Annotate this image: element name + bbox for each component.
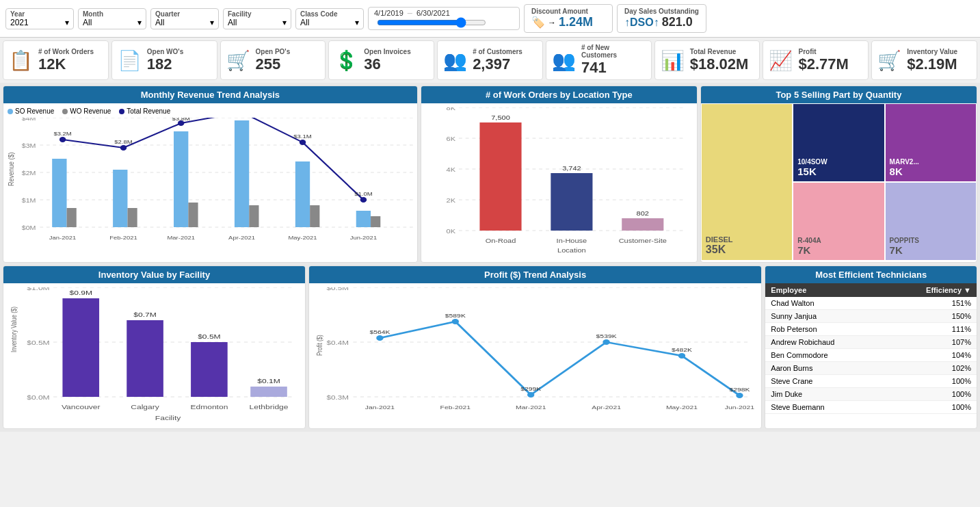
total-revenue-value: $18.02M — [690, 55, 749, 73]
efficiency-value: 104% — [886, 349, 977, 362]
classcode-select[interactable]: All ▾ — [300, 18, 359, 27]
classcode-label: Class Code — [300, 10, 359, 18]
inventory-facility-chart: Inventory Value by Facility $0.0M $0.5M … — [3, 265, 306, 429]
workorders-plot: 0K 2K 4K 6K 8K 7,500 3,742 802 On-Road — [425, 107, 693, 258]
month-select[interactable]: All ▾ — [83, 18, 142, 27]
treemap: DIESEL 35K 10/4SOW 15K MARV2... 8K R-404… — [701, 103, 977, 261]
workorders-location-title: # of Work Orders by Location Type — [421, 86, 697, 103]
facility-filter[interactable]: Facility All ▾ — [223, 8, 291, 29]
svg-text:Jun-2021: Jun-2021 — [725, 404, 754, 411]
efficient-techs-card: Most Efficient Technicians Employee Effi… — [765, 265, 977, 429]
inventory-facility-body: $0.0M $0.5M $1.0M $0.9M $0.7M $0.5M $0.1… — [3, 283, 305, 428]
inventory-plot: $0.0M $0.5M $1.0M $0.9M $0.7M $0.5M $0.1… — [8, 287, 301, 424]
svg-text:4K: 4K — [446, 166, 455, 173]
svg-text:Mar-2021: Mar-2021 — [167, 235, 195, 241]
efficiency-col-header: Efficiency ▼ — [886, 283, 977, 297]
svg-text:$3.2M: $3.2M — [53, 131, 71, 137]
monthly-revenue-title: Monthly Revenue Trend Analysis — [3, 86, 417, 103]
open-po-title: Open PO's — [256, 48, 291, 55]
kpi-open-wo: 📄 Open WO's 182 — [111, 40, 217, 80]
table-row: Ben Commodore 104% — [765, 349, 977, 362]
open-inv-icon: 💲 — [334, 49, 358, 72]
svg-text:Lethbridge: Lethbridge — [250, 404, 289, 411]
workorders-location-chart: # of Work Orders by Location Type 0K 2K … — [421, 86, 698, 263]
svg-text:$0.5M: $0.5M — [198, 333, 220, 340]
svg-text:$3.1M: $3.1M — [293, 133, 311, 140]
top-parts-body: DIESEL 35K 10/4SOW 15K MARV2... 8K R-404… — [701, 103, 977, 262]
employee-name: Ben Commodore — [765, 349, 886, 362]
monthly-revenue-body: SO Revenue WO Revenue Total Revenue — [3, 103, 417, 262]
svg-rect-19 — [310, 205, 319, 227]
part-10-4sow: 10/4SOW 15K — [793, 103, 884, 182]
svg-rect-69 — [127, 320, 163, 397]
monthly-revenue-svg: $0M $1M $2M $3M $4M — [8, 118, 413, 255]
date-separator: ─ — [408, 10, 412, 17]
year-filter[interactable]: Year 2021 ▾ — [5, 8, 74, 29]
chevron-down-icon: ▾ — [137, 18, 142, 27]
table-row: Steve Buemann 100% — [765, 401, 977, 414]
table-row: Chad Walton 151% — [765, 297, 977, 310]
new-customers-value: 741 — [581, 59, 646, 77]
chevron-down-icon: ▾ — [355, 18, 359, 27]
quarter-filter[interactable]: Quarter All ▾ — [150, 8, 219, 29]
kpi-profit: 📈 Profit $2.77M — [763, 40, 869, 80]
total-revenue-icon: 📊 — [661, 49, 685, 72]
svg-rect-20 — [356, 211, 371, 227]
svg-rect-15 — [188, 203, 198, 227]
year-select[interactable]: 2021 ▾ — [10, 18, 69, 27]
dso-icon: ↑DSO↑ — [624, 16, 659, 29]
svg-text:$1.0M: $1.0M — [354, 191, 372, 197]
part-poppits: POPPITS 7K — [885, 182, 977, 261]
svg-text:$0.3M: $0.3M — [326, 394, 348, 400]
svg-text:May-2021: May-2021 — [288, 235, 317, 241]
svg-text:Feb-2021: Feb-2021 — [109, 235, 137, 241]
date-slider[interactable] — [377, 17, 486, 28]
open-po-icon: 🛒 — [226, 49, 250, 72]
chevron-down-icon: ▾ — [65, 18, 69, 27]
month-filter[interactable]: Month All ▾ — [78, 8, 146, 29]
svg-text:$0.0M: $0.0M — [27, 394, 49, 401]
discount-label: Discount Amount — [531, 8, 593, 15]
monthly-revenue-plot: $0M $1M $2M $3M $4M — [8, 118, 413, 255]
svg-text:Inventory Value ($): Inventory Value ($) — [10, 307, 18, 352]
svg-text:$0.7M: $0.7M — [133, 311, 156, 318]
employee-name: Aaron Burns — [765, 362, 886, 375]
inventory-value-value: $2.19M — [907, 55, 957, 73]
svg-text:$3.8M: $3.8M — [172, 118, 190, 122]
quarter-select[interactable]: All ▾ — [155, 18, 214, 27]
year-label: Year — [10, 10, 69, 18]
date-from[interactable]: 4/1/2019 — [374, 9, 403, 17]
svg-text:$589K: $589K — [445, 313, 466, 319]
svg-rect-71 — [191, 342, 228, 397]
new-customers-icon: 👥 — [552, 49, 576, 72]
revenue-legend: SO Revenue WO Revenue Total Revenue — [8, 107, 413, 115]
svg-text:$482K: $482K — [672, 347, 693, 353]
open-wo-title: Open WO's — [147, 48, 184, 55]
part-r404a: R-404A 7K — [793, 182, 884, 261]
total-legend-dot — [119, 109, 124, 114]
work-orders-title: # of Work Orders — [38, 48, 94, 55]
svg-text:Apr-2021: Apr-2021 — [592, 404, 621, 411]
svg-text:Revenue ($): Revenue ($) — [8, 153, 16, 186]
svg-text:7,500: 7,500 — [491, 114, 510, 121]
employee-name: Andrew Robichaud — [765, 336, 886, 349]
kpi-row: 📋 # of Work Orders 12K 📄 Open WO's 182 🛒… — [0, 38, 980, 83]
svg-point-87 — [376, 335, 383, 341]
facility-select[interactable]: All ▾ — [228, 18, 287, 27]
svg-text:Apr-2021: Apr-2021 — [228, 235, 255, 241]
svg-point-92 — [736, 393, 743, 398]
dso-label: Day Sales Outstanding — [624, 8, 699, 15]
facility-label: Facility — [228, 10, 287, 18]
svg-rect-53 — [551, 173, 592, 231]
classcode-filter[interactable]: Class Code All ▾ — [295, 8, 364, 29]
svg-text:3,742: 3,742 — [562, 165, 581, 172]
date-to[interactable]: 6/30/2021 — [416, 9, 450, 17]
svg-rect-17 — [249, 205, 259, 227]
table-row: Sunny Janjua 150% — [765, 310, 977, 323]
customers-title: # of Customers — [473, 48, 522, 55]
efficiency-value: 100% — [886, 401, 977, 414]
svg-rect-11 — [67, 208, 77, 227]
total-revenue-title: Total Revenue — [690, 48, 749, 55]
inventory-facility-title: Inventory Value by Facility — [3, 266, 305, 283]
kpi-total-revenue: 📊 Total Revenue $18.02M — [654, 40, 760, 80]
